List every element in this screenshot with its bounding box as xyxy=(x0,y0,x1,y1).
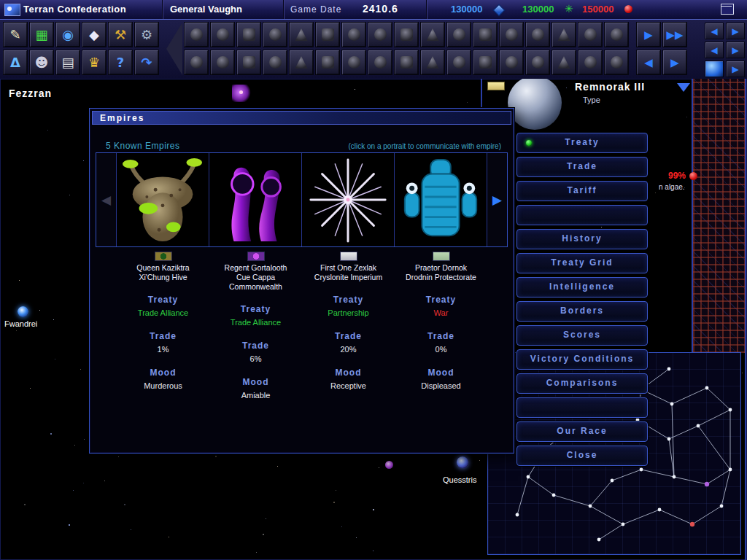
window-restore-button[interactable] xyxy=(721,4,734,15)
trade-button[interactable]: Trade xyxy=(516,157,648,177)
scroll-portraits-right-button[interactable]: ▶ xyxy=(487,153,507,246)
galaxy-system-node[interactable] xyxy=(527,475,530,479)
galaxy-system-node[interactable] xyxy=(673,475,676,479)
toolbar-button[interactable] xyxy=(446,50,471,75)
toolbar-button[interactable] xyxy=(499,22,524,47)
toolbar-button[interactable] xyxy=(341,50,366,75)
construction-icon[interactable]: ⚒ xyxy=(108,22,133,47)
toolbar-button[interactable] xyxy=(525,50,550,75)
toolbar-button[interactable] xyxy=(289,22,314,47)
toolbar-button[interactable] xyxy=(525,22,550,47)
toolbar-button[interactable] xyxy=(604,50,629,75)
window-title-bar[interactable]: Empires xyxy=(92,111,511,125)
toolbar-button[interactable] xyxy=(604,22,629,47)
toolbar-button[interactable] xyxy=(578,22,603,47)
prev-item-button[interactable]: ◀ xyxy=(636,50,661,75)
research-icon[interactable]: Δ xyxy=(3,50,28,75)
next-item-button[interactable]: ▶ xyxy=(662,50,687,75)
empire-portrait-drodnin[interactable] xyxy=(394,153,487,246)
empire-portrait-cryslonite[interactable] xyxy=(301,153,394,246)
log-icon[interactable]: ✎ xyxy=(3,22,28,47)
toolbar-button[interactable] xyxy=(210,50,235,75)
toolbar-button[interactable] xyxy=(236,50,261,75)
toolbar-button[interactable] xyxy=(394,22,419,47)
toolbar-button[interactable] xyxy=(341,22,366,47)
treaty-button[interactable]: Treaty xyxy=(516,133,648,153)
galaxy-system-node[interactable] xyxy=(589,505,592,508)
scroll-right-button[interactable]: ▶ xyxy=(726,42,745,58)
treaty-grid-button[interactable]: Treaty Grid xyxy=(516,253,648,273)
tariff-button[interactable]: Tariff xyxy=(516,181,648,201)
galaxy-system-node[interactable] xyxy=(622,523,625,526)
galaxy-system-node[interactable] xyxy=(516,513,519,517)
intelligence-button[interactable]: Intelligence xyxy=(516,277,648,298)
toolbar-button[interactable] xyxy=(263,22,287,47)
help-icon[interactable]: ? xyxy=(108,50,133,75)
toolbar-button[interactable] xyxy=(394,50,419,75)
victory-conditions-button[interactable]: Victory Conditions xyxy=(516,349,648,370)
system-map[interactable]: Fezzran Fwandrei Quesstris Remnorak III … xyxy=(0,79,747,560)
galaxy-system-node[interactable] xyxy=(670,402,674,406)
toolbar-button[interactable] xyxy=(236,22,261,47)
galaxy-system-node[interactable] xyxy=(729,408,732,412)
toolbar-button[interactable] xyxy=(315,22,340,47)
toolbar-button[interactable] xyxy=(210,22,235,47)
close-button[interactable]: Close xyxy=(516,446,648,466)
scroll-left-button[interactable]: ◀ xyxy=(705,23,724,39)
galaxy-system-node[interactable] xyxy=(705,386,709,390)
empire-portrait-cuecappa[interactable] xyxy=(209,153,301,246)
toolbar-button[interactable] xyxy=(551,22,576,47)
toolbar-button[interactable] xyxy=(551,50,576,75)
scroll-right-button[interactable]: ▶ xyxy=(726,23,745,39)
scores-button[interactable]: Scores xyxy=(516,325,648,346)
toolbar-button[interactable] xyxy=(289,50,314,75)
toolbar-button[interactable] xyxy=(263,50,287,75)
toolbar-button[interactable] xyxy=(315,50,340,75)
galaxy-system-node[interactable] xyxy=(658,508,662,512)
planets-icon[interactable]: ◉ xyxy=(55,22,80,47)
borders-button[interactable]: Borders xyxy=(516,301,648,322)
toolbar-button[interactable] xyxy=(184,50,209,75)
toolbar-button[interactable] xyxy=(499,50,524,75)
orb-button[interactable] xyxy=(705,61,724,77)
intelligence-icon[interactable]: ☻ xyxy=(29,50,54,75)
end-turn-icon[interactable]: ↷ xyxy=(134,50,159,75)
galaxy-system-node[interactable] xyxy=(690,522,694,526)
toolbar-button[interactable] xyxy=(184,22,209,47)
galaxy-system-node[interactable] xyxy=(720,505,724,508)
toolbar-button[interactable] xyxy=(473,22,498,47)
empire-portrait-xichung[interactable] xyxy=(117,153,209,246)
history-button[interactable]: History xyxy=(516,229,648,249)
colonies-icon[interactable]: ▦ xyxy=(29,22,54,47)
galaxy-system-node[interactable] xyxy=(667,438,671,441)
toolbar-button[interactable] xyxy=(446,22,471,47)
repair-icon[interactable]: ⚙ xyxy=(134,22,159,47)
galaxy-system-node[interactable] xyxy=(667,368,671,371)
galaxy-system-node[interactable] xyxy=(705,482,709,486)
empire-status-icon[interactable]: ♛ xyxy=(82,50,107,75)
galaxy-system-node[interactable] xyxy=(552,494,556,497)
scroll-down-button[interactable] xyxy=(677,83,690,92)
toolbar-button[interactable] xyxy=(420,22,445,47)
system-minimap[interactable] xyxy=(693,79,745,353)
scroll-left-button[interactable]: ◀ xyxy=(705,42,724,58)
toolbar-button[interactable] xyxy=(368,22,392,47)
play-button[interactable]: ▶ xyxy=(636,22,661,47)
scroll-right-button[interactable]: ▶ xyxy=(726,61,745,77)
galaxy-system-node[interactable] xyxy=(729,468,732,472)
galaxy-system-node[interactable] xyxy=(597,538,601,542)
star-fwandrei[interactable] xyxy=(18,306,28,317)
toolbar-button[interactable] xyxy=(368,50,392,75)
fast-forward-button[interactable]: ▶▶ xyxy=(662,22,687,47)
star-quesstris[interactable] xyxy=(457,456,468,468)
comparisons-button[interactable]: Comparisons xyxy=(516,373,648,394)
toolbar-button[interactable] xyxy=(578,50,603,75)
our-race-button[interactable]: Our Race xyxy=(516,421,648,442)
toolbar-button[interactable] xyxy=(473,50,498,75)
designs-icon[interactable]: ▤ xyxy=(55,50,80,75)
galaxy-system-node[interactable] xyxy=(697,424,700,428)
scroll-portraits-left-button[interactable]: ◀ xyxy=(96,153,117,246)
empires-icon[interactable]: ◆ xyxy=(82,22,107,47)
toolbar-button[interactable] xyxy=(420,50,445,75)
galaxy-system-node[interactable] xyxy=(611,479,614,483)
